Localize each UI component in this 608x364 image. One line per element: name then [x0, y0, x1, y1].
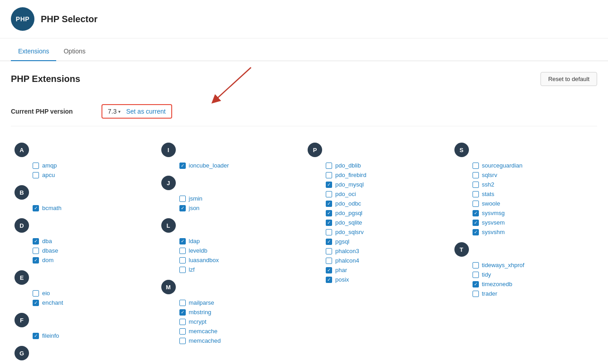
ext-name-sysvmsg[interactable]: sysvmsg [482, 210, 505, 216]
checkbox-apcu[interactable] [33, 172, 39, 178]
ext-name-lzf[interactable]: lzf [189, 266, 195, 273]
checkbox-fileinfo[interactable] [33, 333, 39, 339]
checkbox-bcmath[interactable] [33, 205, 39, 211]
checkbox-phar[interactable] [326, 267, 332, 273]
checkbox-amqp[interactable] [33, 163, 39, 169]
ext-name-fileinfo[interactable]: fileinfo [42, 332, 59, 339]
ext-name-dom[interactable]: dom [42, 257, 53, 263]
version-selector[interactable]: 7.3 ▾ Set as current [101, 104, 172, 119]
checkbox-luasandbox[interactable] [179, 257, 186, 263]
tab-extensions[interactable]: Extensions [11, 42, 56, 61]
checkbox-leveldb[interactable] [179, 248, 186, 254]
ext-name-mcrypt[interactable]: mcrypt [189, 318, 207, 325]
checkbox-posix[interactable] [326, 277, 332, 283]
ext-name-pdo_mysql[interactable]: pdo_mysql [335, 181, 364, 188]
checkbox-timezonedb[interactable] [473, 281, 479, 287]
ext-name-stats[interactable]: stats [482, 191, 494, 197]
set-as-current-button[interactable]: Set as current [126, 108, 165, 115]
ext-name-ioncube_loader[interactable]: ioncube_loader [189, 162, 229, 169]
ext-name-sysvshm[interactable]: sysvshm [482, 229, 505, 235]
ext-name-memcache[interactable]: memcache [189, 328, 218, 335]
ext-name-amqp[interactable]: amqp [42, 162, 57, 169]
ext-name-posix[interactable]: posix [335, 276, 349, 283]
ext-name-tidy[interactable]: tidy [482, 271, 491, 278]
checkbox-jsmin[interactable] [179, 196, 186, 202]
ext-name-dbase[interactable]: dbase [42, 247, 58, 254]
checkbox-pdo_mysql[interactable] [326, 182, 332, 188]
checkbox-pdo_dblib[interactable] [326, 163, 332, 169]
checkbox-tideways_xhprof[interactable] [473, 262, 479, 268]
ext-name-sqlsrv[interactable]: sqlsrv [482, 172, 497, 178]
ext-name-swoole[interactable]: swoole [482, 200, 500, 207]
checkbox-sourceguardian[interactable] [473, 163, 479, 169]
ext-name-mailparse[interactable]: mailparse [189, 299, 214, 306]
checkbox-mbstring[interactable] [179, 309, 186, 316]
ext-name-mbstring[interactable]: mbstring [189, 309, 212, 316]
ext-name-memcached[interactable]: memcached [189, 337, 221, 344]
checkbox-pdo_pgsql[interactable] [326, 210, 332, 216]
reset-to-default-button[interactable]: Reset to default [540, 72, 597, 86]
list-item: lzf [179, 265, 301, 274]
ext-name-pgsql[interactable]: pgsql [335, 238, 349, 245]
ext-name-dba[interactable]: dba [42, 238, 52, 244]
ext-name-pdo_firebird[interactable]: pdo_firebird [335, 172, 367, 178]
checkbox-dba[interactable] [33, 238, 39, 244]
checkbox-mailparse[interactable] [179, 300, 186, 306]
ext-name-phalcon3[interactable]: phalcon3 [335, 248, 359, 254]
checkbox-pdo_oci[interactable] [326, 191, 332, 197]
ext-name-pdo_pgsql[interactable]: pdo_pgsql [335, 210, 362, 216]
ext-name-phalcon4[interactable]: phalcon4 [335, 257, 359, 264]
ext-name-pdo_sqlsrv[interactable]: pdo_sqlsrv [335, 229, 364, 235]
ext-name-tideways_xhprof[interactable]: tideways_xhprof [482, 262, 525, 268]
ext-name-trader[interactable]: trader [482, 290, 497, 297]
checkbox-phalcon3[interactable] [326, 248, 332, 254]
checkbox-stats[interactable] [473, 191, 479, 197]
tab-bar: Extensions Options [0, 42, 608, 61]
checkbox-ioncube_loader[interactable] [179, 163, 186, 169]
checkbox-lzf[interactable] [179, 267, 186, 273]
ext-name-pdo_odbc[interactable]: pdo_odbc [335, 200, 361, 207]
checkbox-memcache[interactable] [179, 328, 186, 335]
ext-name-ldap[interactable]: ldap [189, 238, 200, 244]
checkbox-sysvmsg[interactable] [473, 210, 479, 216]
tab-options[interactable]: Options [56, 42, 92, 61]
checkbox-dbase[interactable] [33, 248, 39, 254]
ext-name-phar[interactable]: phar [335, 267, 347, 273]
checkbox-sysvshm[interactable] [473, 229, 479, 235]
checkbox-mcrypt[interactable] [179, 319, 186, 325]
ext-name-ssh2[interactable]: ssh2 [482, 181, 494, 188]
ext-name-bcmath[interactable]: bcmath [42, 205, 62, 211]
ext-name-enchant[interactable]: enchant [42, 299, 63, 306]
checkbox-sqlsrv[interactable] [473, 172, 479, 178]
ext-name-leveldb[interactable]: leveldb [189, 247, 207, 254]
ext-name-apcu[interactable]: apcu [42, 172, 55, 178]
checkbox-pdo_sqlite[interactable] [326, 220, 332, 226]
checkbox-pdo_firebird[interactable] [326, 172, 332, 178]
ext-name-timezonedb[interactable]: timezonedb [482, 281, 512, 287]
list-item: mbstring [179, 307, 301, 317]
ext-name-pdo_oci[interactable]: pdo_oci [335, 191, 356, 197]
checkbox-enchant[interactable] [33, 300, 39, 306]
checkbox-eio[interactable] [33, 290, 39, 297]
ext-name-json[interactable]: json [189, 205, 200, 211]
ext-name-jsmin[interactable]: jsmin [189, 195, 203, 202]
checkbox-json[interactable] [179, 205, 186, 211]
checkbox-memcached[interactable] [179, 338, 186, 344]
checkbox-sysvsem[interactable] [473, 220, 479, 226]
ext-name-pdo_dblib[interactable]: pdo_dblib [335, 162, 361, 169]
checkbox-trader[interactable] [473, 291, 479, 297]
checkbox-pdo_odbc[interactable] [326, 201, 332, 207]
ext-name-pdo_sqlite[interactable]: pdo_sqlite [335, 219, 362, 226]
checkbox-tidy[interactable] [473, 272, 479, 278]
ext-name-sysvsem[interactable]: sysvsem [482, 219, 505, 226]
checkbox-swoole[interactable] [473, 201, 479, 207]
checkbox-ldap[interactable] [179, 238, 186, 244]
ext-name-luasandbox[interactable]: luasandbox [189, 257, 219, 263]
checkbox-ssh2[interactable] [473, 182, 479, 188]
ext-name-eio[interactable]: eio [42, 290, 50, 297]
checkbox-dom[interactable] [33, 257, 39, 263]
ext-name-sourceguardian[interactable]: sourceguardian [482, 162, 523, 169]
checkbox-pdo_sqlsrv[interactable] [326, 229, 332, 235]
checkbox-phalcon4[interactable] [326, 258, 332, 264]
checkbox-pgsql[interactable] [326, 239, 332, 245]
